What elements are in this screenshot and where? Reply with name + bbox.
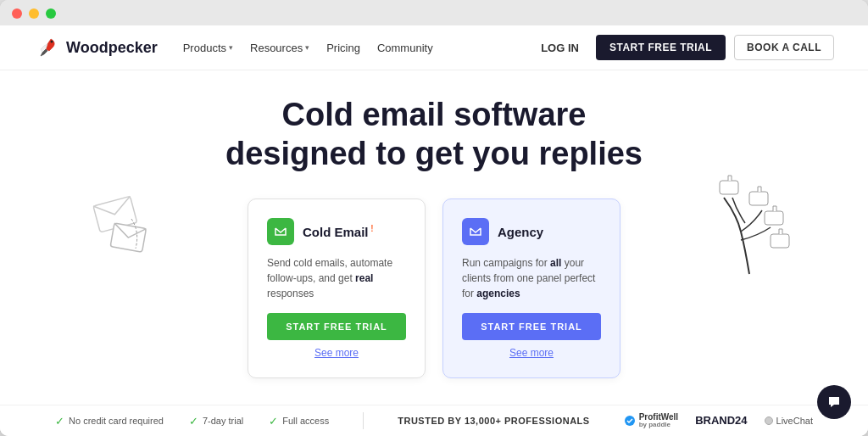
livechat-logo: LiveChat (765, 416, 813, 426)
nav-products[interactable]: Products ▾ (183, 42, 233, 54)
chevron-down-icon: ▾ (229, 43, 233, 52)
navigation: Woodpecker Products ▾ Resources ▾ Pricin… (0, 25, 868, 70)
traffic-light-green[interactable] (46, 8, 56, 19)
bottom-bar: ✓ No credit card required ✓ 7-day trial … (0, 405, 868, 436)
cards-row: Cold Email ! Send cold emails, automate … (248, 198, 620, 378)
svg-rect-5 (765, 211, 783, 225)
chat-bubble-button[interactable] (817, 385, 851, 419)
nav-actions: LOG IN START FREE TRIAL BOOK A CALL (532, 35, 834, 60)
nav-pricing[interactable]: Pricing (326, 42, 360, 54)
svg-rect-4 (749, 192, 768, 205)
cold-email-trial-button[interactable]: START FREE TRIAL (267, 313, 406, 340)
illustration-left (85, 181, 178, 269)
brand-logos: ProfitWell by paddle BRAND24 LiveChat (624, 412, 813, 429)
browser-content: Woodpecker Products ▾ Resources ▾ Pricin… (0, 25, 868, 436)
svg-point-1 (51, 41, 53, 43)
agency-card-header: Agency (462, 218, 601, 245)
nav-resources[interactable]: Resources ▾ (250, 42, 309, 54)
nav-links: Products ▾ Resources ▾ Pricing Community (183, 42, 532, 54)
divider (363, 412, 364, 429)
check-icon: ✓ (189, 415, 198, 428)
agency-see-more[interactable]: See more (462, 347, 601, 359)
agency-desc: Run campaigns for all your clients from … (462, 255, 601, 301)
livechat-dot-icon (765, 416, 773, 425)
agency-icon (462, 218, 489, 245)
badge-7day-trial: ✓ 7-day trial (189, 415, 243, 428)
agency-trial-button[interactable]: START FREE TRIAL (462, 313, 601, 340)
check-icon: ✓ (55, 415, 64, 428)
check-icon: ✓ (269, 415, 278, 428)
traffic-light-yellow[interactable] (29, 8, 39, 19)
logo-text: Woodpecker (66, 39, 158, 57)
chevron-down-icon: ▾ (305, 43, 309, 52)
nav-community[interactable]: Community (377, 42, 433, 54)
cold-email-see-more[interactable]: See more (267, 347, 406, 359)
agency-card: Agency Run campaigns for all your client… (442, 198, 620, 378)
illustration-right (698, 164, 800, 286)
trusted-text: TRUSTED BY 13,000+ PROFESSIONALS (398, 416, 589, 426)
browser-chrome (0, 0, 868, 25)
hero-title: Cold email software designed to get you … (225, 96, 643, 173)
badge-no-credit-card: ✓ No credit card required (55, 415, 164, 428)
cold-email-card-header: Cold Email ! (267, 218, 406, 245)
svg-rect-6 (771, 234, 789, 248)
brand24-logo: BRAND24 (695, 414, 747, 427)
start-trial-nav-button[interactable]: START FREE TRIAL (596, 35, 726, 60)
hero-section: Cold email software designed to get you … (0, 70, 868, 405)
traffic-light-red[interactable] (12, 8, 22, 19)
cold-email-icon (267, 218, 294, 245)
cold-email-desc: Send cold emails, automate follow-ups, a… (267, 255, 406, 301)
profitwell-logo: ProfitWell by paddle (624, 412, 678, 429)
trust-badges: ✓ No credit card required ✓ 7-day trial … (55, 415, 329, 428)
svg-rect-7 (720, 181, 738, 194)
logo-area[interactable]: Woodpecker (34, 34, 158, 61)
cold-email-title: Cold Email ! (303, 224, 374, 239)
browser-window: Woodpecker Products ▾ Resources ▾ Pricin… (0, 0, 868, 436)
agency-title: Agency (498, 225, 543, 239)
badge-full-access: ✓ Full access (269, 415, 329, 428)
book-call-button[interactable]: BOOK A CALL (734, 35, 834, 60)
cold-email-card: Cold Email ! Send cold emails, automate … (248, 198, 426, 378)
login-button[interactable]: LOG IN (532, 36, 587, 59)
logo-icon (34, 34, 61, 61)
